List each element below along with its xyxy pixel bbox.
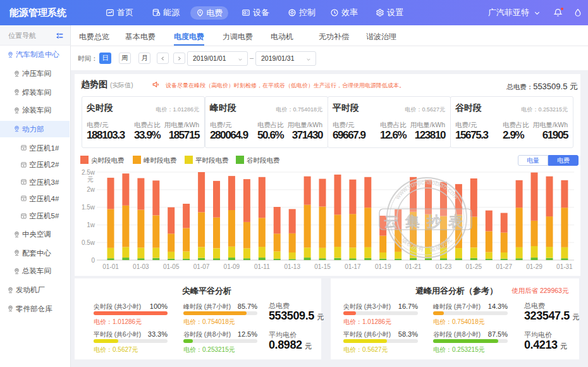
svg-text:01-17: 01-17	[345, 263, 361, 270]
svg-text:01-31: 01-31	[556, 263, 573, 270]
svg-text:1w: 1w	[87, 221, 95, 228]
svg-text:01-19: 01-19	[375, 263, 391, 270]
svg-text:2w: 2w	[87, 186, 95, 193]
svg-text:01-11: 01-11	[254, 263, 270, 270]
svg-text:01-25: 01-25	[466, 263, 482, 270]
svg-text:01-23: 01-23	[436, 263, 452, 270]
svg-text:01-01: 01-01	[102, 263, 119, 270]
svg-text:0.5w: 0.5w	[82, 239, 95, 246]
svg-text:2.5w: 2.5w	[82, 169, 95, 176]
svg-text:01-27: 01-27	[496, 263, 512, 270]
svg-text:01-29: 01-29	[526, 263, 542, 270]
svg-text:01-05: 01-05	[163, 263, 180, 270]
svg-text:云集抄表: 云集抄表	[384, 213, 470, 230]
svg-text:01-15: 01-15	[314, 263, 331, 270]
svg-text:01-09: 01-09	[224, 263, 240, 270]
svg-text:01-21: 01-21	[405, 263, 422, 270]
svg-text:0: 0	[91, 257, 95, 264]
svg-text:元: 元	[87, 176, 94, 183]
svg-text:01-07: 01-07	[193, 263, 210, 270]
svg-text:01-03: 01-03	[133, 263, 149, 270]
svg-text:01-13: 01-13	[284, 263, 300, 270]
svg-text:1.5w: 1.5w	[82, 204, 95, 211]
